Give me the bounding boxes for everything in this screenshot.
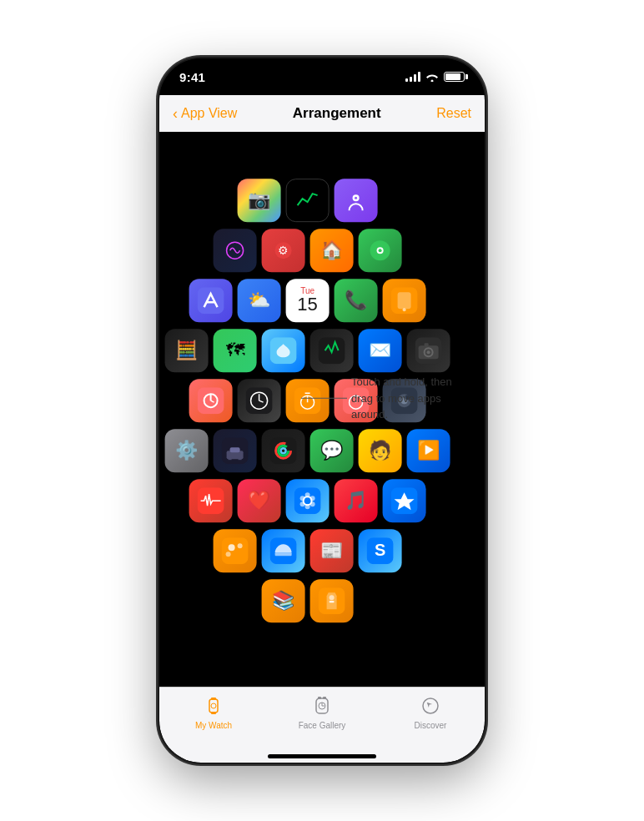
siri-app[interactable] <box>214 229 257 272</box>
signal-bars-icon <box>405 72 420 82</box>
svg-text:⚙: ⚙ <box>278 244 289 257</box>
svg-point-53 <box>305 504 310 509</box>
svg-rect-8 <box>198 287 224 314</box>
wifi-icon <box>425 72 439 82</box>
camera-app[interactable] <box>407 329 450 372</box>
svg-rect-18 <box>425 343 429 346</box>
app-row-6: ⚙️ 💬 🧑 ▶️ <box>163 426 453 475</box>
workout-builder-app[interactable]: ⚙ <box>262 229 305 272</box>
chevron-left-icon: ‹ <box>173 105 178 123</box>
photos-app[interactable]: 📷 <box>238 179 281 222</box>
svg-rect-70 <box>211 712 216 714</box>
svg-rect-74 <box>323 697 326 699</box>
svg-point-67 <box>330 595 335 600</box>
podcasts-app[interactable] <box>335 179 378 222</box>
main-content: 📷 ⚙ 🏠 <box>159 132 485 687</box>
tooltip-text: Touch and hold, then drag to move apps a… <box>351 375 452 421</box>
discover-label: Discover <box>415 721 447 730</box>
status-icons <box>405 72 465 82</box>
battery-icon <box>444 72 465 82</box>
tab-discover[interactable]: Discover <box>376 694 485 730</box>
my-watch-label: My Watch <box>195 721 232 730</box>
svg-rect-10 <box>398 292 411 309</box>
svg-point-71 <box>211 703 216 708</box>
home-indicator <box>159 756 485 763</box>
svg-rect-66 <box>330 601 335 602</box>
settings-app[interactable]: ⚙️ <box>165 429 209 472</box>
tab-my-watch[interactable]: My Watch <box>159 694 268 730</box>
svg-point-78 <box>423 698 438 713</box>
mail-app[interactable]: ✉️ <box>359 329 402 372</box>
svg-rect-48 <box>294 487 321 514</box>
svg-point-52 <box>310 501 315 506</box>
notch <box>269 58 375 83</box>
messages-app[interactable]: 💬 <box>310 429 354 472</box>
tab-bar: My Watch Face Gallery <box>159 687 485 756</box>
svg-marker-79 <box>425 701 432 708</box>
find-my-app[interactable] <box>359 229 402 272</box>
books-app[interactable]: 📚 <box>262 579 305 622</box>
shazam-app[interactable]: S <box>359 529 402 572</box>
reset-button[interactable]: Reset <box>436 106 471 121</box>
tooltip: Touch and hold, then drag to move apps a… <box>351 374 476 423</box>
app-row-2: ⚙ 🏠 <box>163 226 453 275</box>
svg-point-58 <box>229 544 235 551</box>
svg-point-55 <box>300 496 305 501</box>
my-watch-icon <box>202 694 225 718</box>
crowdmute-app[interactable] <box>214 529 257 572</box>
phone-app[interactable]: 📞 <box>335 279 378 322</box>
svg-point-54 <box>300 501 305 506</box>
svg-rect-40 <box>230 447 240 452</box>
breathe-app[interactable] <box>262 329 305 372</box>
shortcuts-app[interactable] <box>189 279 233 322</box>
app-row-3: ⛅ Tue 15 📞 <box>163 276 453 325</box>
svg-rect-43 <box>270 437 297 464</box>
back-label: App View <box>181 106 237 121</box>
svg-point-51 <box>310 496 315 501</box>
tab-face-gallery[interactable]: Face Gallery <box>268 694 376 730</box>
phone-frame: 9:41 ‹ App View Arrangeme <box>159 58 485 763</box>
music-app[interactable]: 🎵 <box>335 479 378 522</box>
calculator-app[interactable]: 🧮 <box>165 329 209 372</box>
breathe2-app[interactable] <box>286 479 330 522</box>
sleep-app[interactable] <box>214 429 257 472</box>
face-gallery-label: Face Gallery <box>299 721 346 730</box>
svg-point-50 <box>305 492 310 497</box>
nano-app[interactable] <box>383 279 426 322</box>
svg-point-60 <box>226 552 231 557</box>
svg-point-59 <box>238 543 243 548</box>
app-row-7: ❤️ 🎵 <box>163 476 453 525</box>
tv-app[interactable]: ▶️ <box>407 429 450 472</box>
calendar-day-label: 15 <box>297 295 317 314</box>
svg-rect-69 <box>211 698 216 700</box>
weather-app[interactable]: ⛅ <box>238 279 281 322</box>
app-row-1: 📷 <box>163 176 453 224</box>
walkie-talkie-app[interactable] <box>310 579 354 622</box>
timer-app[interactable] <box>286 379 330 422</box>
home-app[interactable]: 🏠 <box>310 229 354 272</box>
fitness-rings-app[interactable] <box>262 429 305 472</box>
svg-point-17 <box>427 350 430 354</box>
app-row-9: 📚 <box>163 577 453 625</box>
stocks-app[interactable] <box>286 179 330 222</box>
activity-app[interactable] <box>310 329 354 372</box>
nav-title: Arrangement <box>293 105 381 122</box>
siren-app[interactable] <box>262 529 305 572</box>
maps-app[interactable]: 🗺 <box>214 329 257 372</box>
appstore-app[interactable] <box>383 479 426 522</box>
svg-rect-41 <box>229 457 232 460</box>
clock-app[interactable] <box>238 379 281 422</box>
tooltip-line <box>301 398 347 399</box>
back-button[interactable]: ‹ App View <box>173 105 237 123</box>
nav-bar: ‹ App View Arrangement Reset <box>159 95 485 132</box>
calendar-app[interactable]: Tue 15 <box>286 279 330 322</box>
complications-app[interactable] <box>189 379 233 422</box>
news-app[interactable]: 📰 <box>310 529 354 572</box>
svg-point-1 <box>355 196 357 199</box>
ecg-app[interactable] <box>189 479 233 522</box>
heart-app[interactable]: ❤️ <box>238 479 281 522</box>
svg-rect-62 <box>275 552 292 556</box>
app-row-8: 📰 S <box>163 526 453 575</box>
app-row-4: 🧮 🗺 ✉️ <box>163 326 453 375</box>
memoji-app[interactable]: 🧑 <box>359 429 402 472</box>
